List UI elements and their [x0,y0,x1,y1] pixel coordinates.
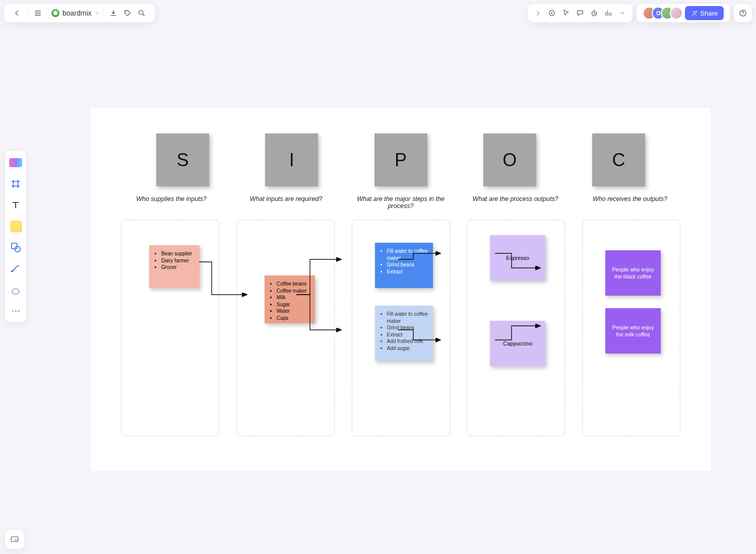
share-button[interactable]: Share [685,6,724,20]
minimap-icon [10,535,19,544]
shape-tool[interactable] [8,240,23,255]
supplier-item: Dairy farmer [161,257,195,264]
more-tools[interactable] [8,303,23,318]
avatar [670,7,683,20]
process-item: Add frothed milk [387,338,428,345]
board-title-dropdown[interactable]: boardmix [48,9,103,17]
pen-icon [10,284,21,295]
svg-point-1 [139,11,143,15]
sticky-note-tool[interactable] [8,219,23,234]
lane-outputs[interactable]: Espresso Cappuccino [467,220,565,436]
templates-icon [9,158,22,167]
lane-inputs[interactable]: Coffee beans Coffee maker Milk Sugar Wat… [236,220,335,436]
svg-rect-5 [12,243,17,249]
subhead-inputs: What inputs are required? [236,195,337,210]
share-icon [691,10,698,17]
sticky-icon [10,221,21,232]
process-item: Grind beans [387,261,428,268]
card-output-cappuccino[interactable]: Cappuccino [490,321,545,366]
tag-button[interactable] [120,6,135,20]
connector-icon [10,263,21,274]
frame-icon [10,178,21,189]
download-button[interactable] [106,6,120,20]
canvas[interactable]: S I P O C Who supplies the inputs? What … [91,108,711,471]
present-button[interactable] [545,6,559,20]
timer-button[interactable] [587,6,601,20]
process-item: Extract [387,331,428,338]
header-o[interactable]: O [483,133,536,186]
lane-suppliers[interactable]: Bean supplier Dairy farmer Grocer [121,220,219,436]
frame-tool[interactable] [8,176,23,191]
back-button[interactable] [10,6,24,20]
input-item: Water [277,308,310,315]
comment-button[interactable] [573,6,587,20]
chart-button[interactable] [601,6,615,20]
sipoc-subhead-row: Who supplies the inputs? What inputs are… [91,186,711,210]
sipoc-header-row: S I P O C [91,108,711,186]
search-button[interactable] [135,6,149,20]
svg-point-0 [125,11,127,12]
templates-tool[interactable] [8,155,23,170]
lane-process[interactable]: Fill water to coffee maker Grind beans E… [352,220,450,436]
svg-rect-9 [15,539,17,541]
card-customer-black[interactable]: People who enjoy the black coffee [605,250,661,296]
sipoc-lanes: Bean supplier Dairy farmer Grocer Coffee… [91,210,711,436]
svg-point-6 [15,246,20,252]
chevron-down-icon [95,11,100,16]
subhead-process: What are the major steps in the process? [350,195,451,210]
process-item: Add sugar [387,345,428,352]
minimap-button[interactable] [5,530,24,549]
pen-tool[interactable] [8,282,23,297]
text-tool[interactable] [8,197,23,213]
subhead-suppliers: Who supplies the inputs? [121,195,222,210]
top-left-toolbar: boardmix [4,4,155,22]
input-item: Cups [277,315,310,322]
header-p[interactable]: P [374,133,427,186]
header-i[interactable]: I [265,133,318,186]
process-item: Extract [387,268,428,275]
input-item: Milk [277,294,310,301]
lane-customers[interactable]: People who enjoy the black coffee People… [582,220,680,436]
subhead-customers: Who receives the outputs? [580,195,680,210]
shape-icon [10,242,21,253]
help-button[interactable] [737,6,749,20]
supplier-item: Bean supplier [161,250,195,257]
input-item: Coffee maker [277,288,310,295]
card-process-espresso[interactable]: Fill water to coffee maker Grind beans E… [375,243,433,288]
input-item: Coffee beans [277,281,310,288]
process-item: Grind beans [387,324,428,331]
more-icon [12,310,20,312]
tool-palette [5,151,26,322]
input-item: Sugar [277,301,310,308]
card-inputs[interactable]: Coffee beans Coffee maker Milk Sugar Wat… [265,275,315,323]
card-suppliers[interactable]: Bean supplier Dairy farmer Grocer [149,245,200,288]
header-c[interactable]: C [592,133,645,186]
svg-point-7 [11,270,13,272]
subhead-outputs: What are the process outputs? [465,195,566,210]
brand-logo-icon [51,9,59,17]
card-customer-milk[interactable]: People who enjoy the milk coffee [605,308,661,354]
supplier-item: Grocer [161,264,195,271]
header-s[interactable]: S [156,133,209,186]
text-icon [11,200,21,210]
card-process-cappuccino[interactable]: Fill water to coffee maker Grind beans E… [375,306,433,361]
share-label: Share [700,10,718,17]
connector-tool[interactable] [8,261,23,276]
top-right-toolbar: O Share [528,4,752,22]
process-item: Fill water to coffee maker [387,248,428,261]
cursor-button[interactable] [559,6,573,20]
process-item: Fill water to coffee maker [387,311,428,324]
collaborator-avatars[interactable]: O [643,7,683,20]
more-dropdown-button[interactable] [615,6,629,20]
board-title: boardmix [62,9,92,17]
menu-button[interactable] [31,6,45,20]
chevron-right-button[interactable] [531,6,545,20]
card-output-espresso[interactable]: Espresso [490,235,545,281]
